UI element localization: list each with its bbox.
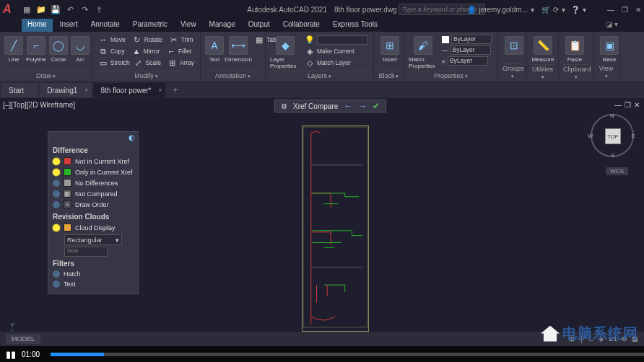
tool-measure[interactable]: 📏Measure: [531, 33, 554, 63]
section-filters: Filters: [48, 257, 138, 269]
tab-home[interactable]: Home: [22, 19, 53, 32]
tool-arc[interactable]: ◡Arc: [71, 33, 90, 63]
row-filter-text[interactable]: Text: [48, 279, 138, 289]
tab-output[interactable]: Output: [243, 19, 276, 32]
pause-button[interactable]: ▮▮: [0, 349, 22, 360]
viewport-minimize-icon[interactable]: —: [614, 101, 622, 109]
viewport-maximize-icon[interactable]: ❐: [625, 101, 631, 109]
tool-circle[interactable]: ◯Circle: [49, 33, 68, 63]
model-tab[interactable]: MODEL: [6, 334, 40, 344]
tool-dimension[interactable]: ⟷Dimension: [227, 33, 250, 63]
maximize-button[interactable]: ❐: [622, 6, 628, 14]
tab-parametric[interactable]: Parametric: [127, 19, 173, 32]
tab-annotate[interactable]: Annotate: [85, 19, 126, 32]
panel-title-clipboard[interactable]: Clipboard: [563, 64, 588, 81]
doctab-start[interactable]: Start: [1, 83, 38, 97]
tool-group[interactable]: ⊡: [502, 33, 526, 55]
tool-line[interactable]: ╱Line: [4, 33, 23, 63]
add-tab-button[interactable]: +: [167, 85, 183, 95]
row-filter-hatch[interactable]: Hatch: [48, 269, 138, 279]
floor-plan-drawing: [302, 125, 369, 332]
gear-icon[interactable]: ⚙: [281, 102, 287, 110]
doctab-8th-floor[interactable]: 8th floor power*×: [93, 83, 165, 97]
accept-icon[interactable]: ✔: [373, 101, 380, 111]
user-name: jeremy.goldm...: [479, 6, 528, 14]
tool-text[interactable]: AText: [205, 33, 224, 63]
tool-base[interactable]: ▣Base: [598, 33, 621, 63]
tool-paste[interactable]: 📋Paste: [563, 33, 586, 63]
panel-title-view[interactable]: View: [598, 64, 614, 80]
qat-save-icon[interactable]: 💾: [51, 4, 61, 14]
row-draw-order[interactable]: ≡Draw Order: [48, 199, 138, 210]
panel-title-modify[interactable]: Modify: [97, 71, 196, 80]
cloud-size-input[interactable]: Size: [64, 247, 108, 257]
tool-insert[interactable]: ⊞Insert: [378, 33, 401, 63]
cloud-shape-select[interactable]: Rectangular▾: [64, 234, 122, 245]
xref-compare-panel: ◐ Difference Not in Current Xref Only in…: [48, 131, 139, 294]
tab-view[interactable]: View: [175, 19, 202, 32]
array-icon: ⊞: [167, 58, 178, 68]
ribbon-collapse-icon[interactable]: ◪ ▾: [601, 19, 622, 32]
panel-title-block[interactable]: Block: [378, 71, 399, 80]
match-layer-icon: ◇: [305, 58, 315, 68]
doctab-drawing1[interactable]: Drawing1×: [40, 83, 92, 97]
panel-block: ⊞Insert Block: [374, 32, 404, 81]
close-button[interactable]: ✕: [635, 6, 641, 14]
svg-rect-0: [303, 127, 367, 327]
tab-express[interactable]: Express Tools: [327, 19, 383, 32]
qat-share-icon[interactable]: ⇪: [94, 4, 104, 14]
next-diff-icon[interactable]: →: [358, 101, 367, 111]
row-no-differences[interactable]: No Differences: [48, 177, 138, 188]
minimize-button[interactable]: —: [607, 6, 614, 14]
qat-open-icon[interactable]: 📁: [36, 4, 46, 14]
help-icon[interactable]: ❔: [571, 6, 580, 14]
panel-view: ▣Base View: [593, 32, 619, 81]
tool-polyline[interactable]: ⌐Polyline: [26, 33, 46, 63]
viewcube-top[interactable]: TOP: [605, 128, 621, 144]
ribbon-tabs: Home Insert Annotate Parametric View Man…: [0, 19, 644, 32]
drawing-canvas[interactable]: [–][Top][2D Wireframe] — ❐ ✕ ⚙ Xref Comp…: [0, 98, 644, 362]
viewport-label[interactable]: [–][Top][2D Wireframe]: [3, 101, 75, 109]
viewport-close-icon[interactable]: ✕: [634, 101, 640, 109]
xref-compare-toolbar: ⚙ Xref Compare ← → ✔: [274, 100, 386, 112]
qat-redo-icon[interactable]: ↷: [79, 4, 90, 14]
bulb-icon: [53, 224, 60, 231]
make-current-icon: ◈: [305, 46, 315, 56]
qat-new-icon[interactable]: ▦: [22, 4, 32, 14]
app-logo: [3, 3, 16, 16]
app-name: Autodesk AutoCAD 2021: [247, 6, 327, 14]
close-icon[interactable]: ×: [158, 87, 162, 94]
user-menu[interactable]: 👤 jeremy.goldm... ▾ 🛒 ⟳ ▾ ❔ ▾: [467, 6, 586, 14]
rotate-icon: ↻: [132, 35, 142, 45]
cart-icon[interactable]: 🛒: [541, 6, 550, 14]
panel-title-groups[interactable]: Groups: [502, 63, 522, 80]
view-cube[interactable]: TOP N S E W: [591, 114, 634, 157]
stretch-icon: ▭: [98, 58, 108, 68]
progress-bar[interactable]: [51, 353, 644, 356]
row-cloud-display[interactable]: Cloud Display: [48, 222, 138, 233]
panel-draw: ╱Line ⌐Polyline ◯Circle ◡Arc Draw: [0, 32, 92, 81]
panel-title-draw[interactable]: Draw: [4, 71, 87, 80]
row-not-compared[interactable]: ⊞Not Compared: [48, 188, 138, 199]
bulb-icon: [53, 158, 60, 165]
tab-collaborate[interactable]: Collaborate: [277, 19, 326, 32]
tab-insert[interactable]: Insert: [54, 19, 84, 32]
tool-layer-properties[interactable]: ◆Layer Properties: [270, 33, 300, 69]
panel-menu-icon[interactable]: ◐: [129, 133, 135, 142]
sync-icon[interactable]: ⟳: [553, 6, 559, 14]
tool-match-properties[interactable]: 🖌Match Properties: [409, 33, 438, 69]
tab-manage[interactable]: Manage: [204, 19, 241, 32]
bulb-icon: [53, 201, 60, 208]
panel-title-properties[interactable]: Properties: [409, 71, 493, 80]
row-not-in-current[interactable]: Not in Current Xref: [48, 156, 138, 167]
panel-properties: 🖌Match Properties ByLayer —ByLayer ≡ByLa…: [404, 32, 498, 81]
prev-diff-icon[interactable]: ←: [344, 101, 352, 111]
panel-title-annotation[interactable]: Annotation: [205, 71, 261, 80]
wcs-badge[interactable]: WCS: [606, 167, 628, 175]
close-icon[interactable]: ×: [84, 87, 88, 94]
ribbon: ╱Line ⌐Polyline ◯Circle ◡Arc Draw ↔Move↻…: [0, 32, 644, 82]
panel-title-utilities[interactable]: Utilities: [531, 64, 554, 81]
qat-undo-icon[interactable]: ↶: [65, 4, 75, 14]
row-only-in-current[interactable]: Only in Current Xref: [48, 167, 138, 177]
panel-title-layers[interactable]: Layers: [270, 71, 369, 80]
